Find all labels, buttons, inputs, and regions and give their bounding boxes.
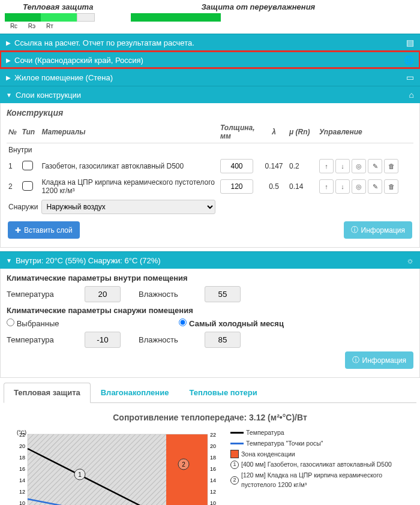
panel-location[interactable]: ▶Сочи (Краснодарский край, Россия) 🌐	[0, 51, 420, 68]
info-button[interactable]: ⓘИнформация	[344, 221, 412, 239]
hum-outside-input[interactable]	[205, 332, 241, 348]
svg-text:14: 14	[19, 477, 25, 483]
col-thickness: Толщина, мм	[218, 121, 260, 143]
table-row: 1 Газобетон, газосиликат автоклавный D50…	[7, 157, 413, 176]
svg-text:20: 20	[210, 443, 216, 449]
info-icon: ⓘ	[352, 355, 359, 365]
svg-text:22: 22	[210, 432, 216, 438]
svg-text:10: 10	[19, 500, 25, 505]
layer-type-icon[interactable]	[22, 181, 33, 191]
target-button[interactable]: ◎	[352, 179, 366, 194]
moisture-protection-label: Защита от переувлажнения	[201, 2, 315, 11]
col-lambda: λ	[260, 121, 287, 143]
result-tabs: Тепловая защита Влагонакопление Тепловые…	[4, 383, 416, 403]
construction-title: Конструкция	[7, 108, 413, 118]
temp-outside-input[interactable]	[85, 332, 121, 348]
climate-panel-body: Климатические параметры внутри помещения…	[0, 269, 420, 378]
svg-text:20: 20	[19, 443, 25, 449]
svg-text:18: 18	[210, 455, 216, 461]
sun-icon: ☼	[406, 255, 414, 265]
delete-button[interactable]: 🗑	[384, 179, 398, 194]
info-button[interactable]: ⓘИнформация	[345, 351, 413, 369]
hum-inside-input[interactable]	[205, 286, 241, 302]
plus-icon: ✚	[15, 226, 21, 235]
info-icon: ⓘ	[351, 225, 358, 235]
chart-svg: 1 2 0246 8101214 16182022 0246 8101214 1…	[4, 428, 226, 505]
inside-params-title: Климатические параметры внутри помещения	[7, 273, 413, 282]
svg-text:1: 1	[78, 471, 82, 478]
tab-loss[interactable]: Тепловые потери	[179, 383, 267, 402]
caret-down-icon: ▼	[6, 257, 12, 264]
target-button[interactable]: ◎	[352, 159, 366, 173]
table-row: 2 Кладка на ЦПР кирпича керамического пу…	[7, 176, 413, 197]
svg-text:12: 12	[210, 489, 216, 495]
layer-type-icon[interactable]	[22, 161, 33, 170]
layers-table: № Тип Материалы Толщина, мм λ μ (Rп) Упр…	[7, 121, 413, 217]
caret-right-icon: ▶	[6, 74, 11, 81]
panel-climate[interactable]: ▼Внутри: 20°C (55%) Снаружи: 6°C (72%) ☼	[0, 251, 420, 269]
outside-label: Снаружи	[7, 197, 40, 217]
material-name: Кладка на ЦПР кирпича керамического пуст…	[40, 176, 218, 197]
tab-thermal[interactable]: Тепловая защита	[4, 383, 91, 403]
moisture-bar	[131, 13, 221, 29]
chart-legend: Температура Температура "Точки росы" Зон…	[226, 428, 416, 505]
room-icon: ▭	[406, 73, 414, 82]
svg-text:14: 14	[210, 477, 216, 483]
svg-text:18: 18	[19, 455, 25, 461]
temp-label: Температура	[7, 335, 79, 344]
hum-label: Влажность	[139, 290, 199, 299]
chart-title: Сопротивление теплопередаче: 3.12 (м²•°С…	[4, 413, 416, 422]
panel-room-type[interactable]: ▶Жилое помещение (Стена) ▭	[0, 68, 420, 86]
temp-inside-input[interactable]	[85, 286, 121, 302]
thickness-input[interactable]	[220, 179, 253, 194]
home-icon: ⌂	[409, 90, 414, 100]
move-down-button[interactable]: ↓	[335, 179, 350, 194]
radio-selected[interactable]: Выбранные	[7, 318, 59, 328]
inside-label: Внутри	[7, 143, 413, 157]
col-materials: Материалы	[40, 121, 218, 143]
move-up-button[interactable]: ↑	[319, 159, 334, 173]
thermal-bar: Rс Rэ Rт	[5, 13, 95, 29]
caret-right-icon: ▶	[6, 57, 11, 64]
move-up-button[interactable]: ↑	[319, 179, 334, 194]
outside-params-title: Климатические параметры снаружи помещени…	[7, 306, 413, 315]
panel-layers[interactable]: ▼Слои конструкции ⌂	[0, 86, 420, 103]
panel-report-link[interactable]: ▶Ссылка на расчет. Отчет по результатам …	[0, 34, 420, 51]
edit-button[interactable]: ✎	[368, 159, 382, 173]
status-bars: Тепловая защита Защита от переувлажнения…	[0, 0, 420, 34]
caret-down-icon: ▼	[6, 92, 12, 98]
svg-text:12: 12	[19, 489, 25, 495]
thermal-protection-label: Тепловая защита	[23, 2, 93, 11]
svg-text:2: 2	[182, 461, 185, 468]
col-num: №	[7, 121, 20, 143]
layer1-zone	[28, 434, 166, 505]
radio-coldest[interactable]: Самый холодный месяц	[179, 318, 283, 328]
col-controls: Управление	[317, 121, 413, 143]
thickness-input[interactable]	[220, 159, 253, 173]
col-type: Тип	[20, 121, 40, 143]
document-icon: ▤	[406, 38, 414, 47]
condensation-zone	[166, 434, 208, 505]
tab-moisture[interactable]: Влагонакопление	[91, 383, 179, 402]
chart-panel: Сопротивление теплопередаче: 3.12 (м²•°С…	[0, 403, 420, 505]
edit-button[interactable]: ✎	[368, 179, 382, 194]
svg-text:16: 16	[210, 466, 216, 472]
move-down-button[interactable]: ↓	[335, 159, 350, 173]
y-unit: (°С)	[17, 429, 26, 435]
delete-button[interactable]: 🗑	[384, 159, 398, 173]
material-name: Газобетон, газосиликат автоклавный D500	[40, 157, 218, 176]
tick-re: Rэ	[23, 23, 41, 29]
hum-label: Влажность	[139, 335, 199, 344]
outside-select[interactable]: Наружный воздух	[41, 200, 215, 214]
svg-text:16: 16	[19, 466, 25, 472]
svg-text:10: 10	[210, 500, 216, 505]
layers-panel-body: Конструкция № Тип Материалы Толщина, мм …	[0, 103, 420, 248]
y-axis-left: 0246 8101214 16182022	[19, 432, 25, 505]
caret-right-icon: ▶	[6, 40, 11, 46]
temp-label: Температура	[7, 290, 79, 299]
col-mu: μ (Rп)	[287, 121, 317, 143]
insert-layer-button[interactable]: ✚Вставить слой	[8, 221, 80, 239]
tick-rt: Rт	[41, 23, 59, 29]
y-axis-right: 0246 8101214 16182022	[210, 432, 216, 505]
tick-rc: Rс	[5, 23, 23, 29]
